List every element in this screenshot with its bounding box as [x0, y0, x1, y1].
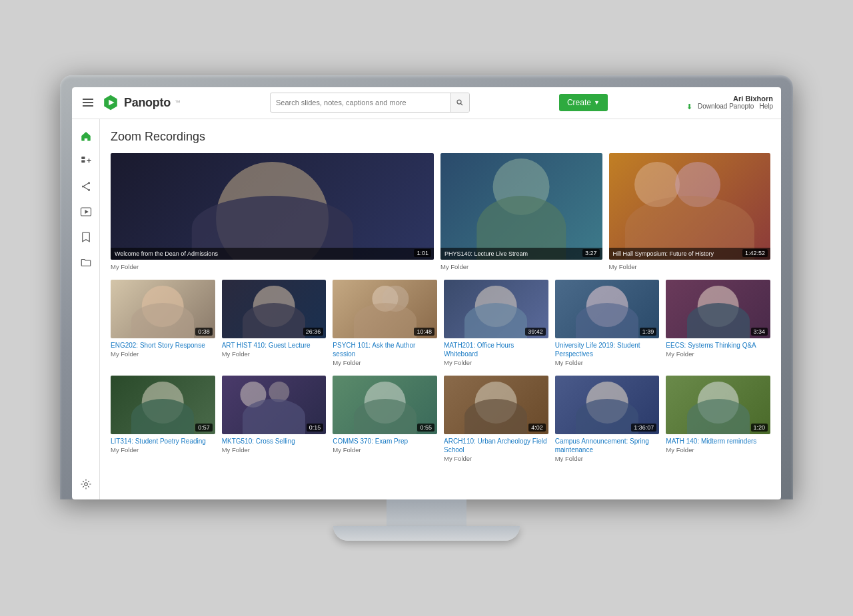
featured-video-title-2: PHYS140: Lecture Live Stream [444, 250, 528, 257]
video-card-12[interactable]: 0:55 COMMS 370: Exam Prep My Folder [333, 376, 437, 462]
folder-icon [80, 256, 92, 268]
svg-point-8 [88, 189, 90, 191]
search-icon [456, 99, 464, 107]
video-duration-13: 4:02 [528, 424, 546, 432]
svg-line-1 [461, 104, 463, 106]
svg-point-0 [457, 100, 461, 104]
video-info-14: Campus Announcement: Spring maintenance … [555, 434, 660, 462]
video-card-4[interactable]: 0:38 ENG202: Short Story Response My Fol… [111, 280, 215, 366]
video-card-6[interactable]: 10:48 PSYCH 101: Ask the Author session … [333, 280, 437, 366]
video-card-15[interactable]: 1:20 MATH 140: Midterm reminders My Fold… [666, 376, 770, 462]
sidebar-item-folders[interactable] [72, 250, 99, 275]
video-title-11[interactable]: MKTG510: Cross Selling [222, 437, 327, 446]
video-title-14[interactable]: Campus Announcement: Spring maintenance [555, 437, 660, 454]
video-card-7[interactable]: 39:42 MATH201: Office Hours Whiteboard M… [444, 280, 548, 366]
search-button[interactable] [450, 93, 469, 112]
video-folder-5: My Folder [222, 350, 327, 358]
create-label: Create [567, 98, 591, 107]
video-duration-2: 3:27 [582, 249, 600, 257]
share-icon [80, 180, 92, 192]
video-title-10[interactable]: LIT314: Student Poetry Reading [111, 437, 215, 446]
svg-point-6 [88, 182, 90, 184]
video-info-10: LIT314: Student Poetry Reading My Folder [111, 434, 215, 454]
video-card-11[interactable]: 0:15 MKTG510: Cross Selling My Folder [222, 376, 327, 462]
help-link[interactable]: Help [759, 103, 773, 111]
video-folder-12: My Folder [333, 446, 437, 454]
sidebar-item-watch[interactable] [72, 199, 99, 224]
video-row-2: 0:38 ENG202: Short Story Response My Fol… [111, 280, 770, 366]
featured-title-bar-2: PHYS140: Lecture Live Stream [440, 248, 602, 260]
featured-video-title-3: Hill Hall Symposium: Future of History [613, 250, 714, 257]
video-folder-11: My Folder [222, 446, 327, 454]
svg-point-13 [84, 483, 87, 486]
video-title-4[interactable]: ENG202: Short Story Response [111, 341, 215, 350]
video-card-13[interactable]: 4:02 ARCH110: Urban Archeology Field Sch… [444, 376, 548, 462]
video-duration-15: 1:20 [751, 424, 768, 432]
thumbnail-figure [111, 153, 434, 260]
video-row-3: 0:57 LIT314: Student Poetry Reading My F… [111, 376, 770, 462]
video-title-12[interactable]: COMMS 370: Exam Prep [333, 437, 437, 446]
home-icon [80, 130, 92, 142]
sidebar-item-settings[interactable] [72, 474, 99, 499]
video-grid: Welcome from the Dean of Admissions 1:01… [111, 153, 770, 462]
sidebar-item-home[interactable] [72, 123, 99, 149]
video-title-7[interactable]: MATH201: Office Hours Whiteboard [444, 341, 548, 358]
logo-trademark: ™ [175, 99, 181, 106]
play-icon [80, 206, 92, 218]
video-duration-3: 1:42:52 [742, 249, 768, 257]
video-title-9[interactable]: EECS: Systems Thinking Q&A [666, 341, 770, 350]
monitor-shell: Panopto ™ Create ▼ [60, 75, 793, 541]
video-folder-14: My Folder [555, 455, 660, 462]
search-input[interactable] [271, 96, 450, 109]
video-card-14[interactable]: 1:36:07 Campus Announcement: Spring main… [555, 376, 660, 462]
featured-video-3[interactable]: Hill Hall Symposium: Future of History 1… [609, 153, 771, 270]
sidebar [72, 119, 100, 499]
thumbnail-figure [609, 153, 771, 260]
video-folder-13: My Folder [444, 455, 548, 462]
video-info-12: COMMS 370: Exam Prep My Folder [333, 434, 437, 454]
video-title-5[interactable]: ART HIST 410: Guest Lecture [222, 341, 327, 350]
monitor-stand-base [333, 526, 520, 541]
video-folder-4: My Folder [111, 350, 215, 358]
video-title-13[interactable]: ARCH110: Urban Archeology Field School [444, 437, 548, 454]
add-icon [80, 155, 92, 167]
video-card-5[interactable]: 26:36 ART HIST 410: Guest Lecture My Fol… [222, 280, 327, 366]
sidebar-item-bookmarks[interactable] [72, 224, 99, 250]
video-duration-10: 0:57 [195, 424, 213, 432]
video-title-15[interactable]: MATH 140: Midterm reminders [666, 437, 770, 446]
video-title-8[interactable]: University Life 2019: Student Perspectiv… [555, 341, 660, 358]
svg-marker-12 [85, 210, 88, 214]
video-folder-6: My Folder [333, 359, 437, 366]
video-folder-8: My Folder [555, 359, 660, 366]
create-button[interactable]: Create ▼ [559, 94, 608, 111]
video-folder-3: My Folder [609, 263, 771, 270]
sidebar-item-add[interactable] [72, 149, 99, 174]
video-title-6[interactable]: PSYCH 101: Ask the Author session [333, 341, 437, 358]
user-name[interactable]: Ari Bixhorn [733, 95, 773, 103]
video-duration-14: 1:36:07 [631, 424, 656, 432]
logo-text: Panopto [124, 96, 171, 110]
video-folder-7: My Folder [444, 359, 548, 366]
video-info-6: PSYCH 101: Ask the Author session My Fol… [333, 338, 437, 366]
hamburger-menu-button[interactable] [80, 96, 96, 109]
featured-video-2[interactable]: PHYS140: Lecture Live Stream 3:27 My Fol… [440, 153, 602, 270]
video-info-13: ARCH110: Urban Archeology Field School M… [444, 434, 548, 462]
video-card-8[interactable]: 1:39 University Life 2019: Student Persp… [555, 280, 660, 366]
video-card-10[interactable]: 0:57 LIT314: Student Poetry Reading My F… [111, 376, 215, 462]
video-card-9[interactable]: 3:34 EECS: Systems Thinking Q&A My Folde… [666, 280, 770, 366]
svg-rect-2 [81, 156, 85, 159]
search-box[interactable] [270, 93, 470, 113]
video-folder-9: My Folder [666, 350, 770, 358]
thumbnail-figure [440, 153, 602, 260]
svg-line-9 [84, 183, 88, 186]
svg-point-7 [82, 185, 84, 187]
download-panopto-link[interactable]: Download Panopto [698, 103, 754, 111]
video-folder-15: My Folder [666, 446, 770, 454]
sidebar-item-share[interactable] [72, 174, 99, 199]
featured-video-1[interactable]: Welcome from the Dean of Admissions 1:01… [111, 153, 434, 270]
featured-video-title-1: Welcome from the Dean of Admissions [115, 250, 218, 257]
video-duration-6: 10:48 [414, 328, 434, 336]
video-info-8: University Life 2019: Student Perspectiv… [555, 338, 660, 366]
video-duration-4: 0:38 [195, 328, 213, 336]
svg-rect-3 [81, 160, 85, 162]
